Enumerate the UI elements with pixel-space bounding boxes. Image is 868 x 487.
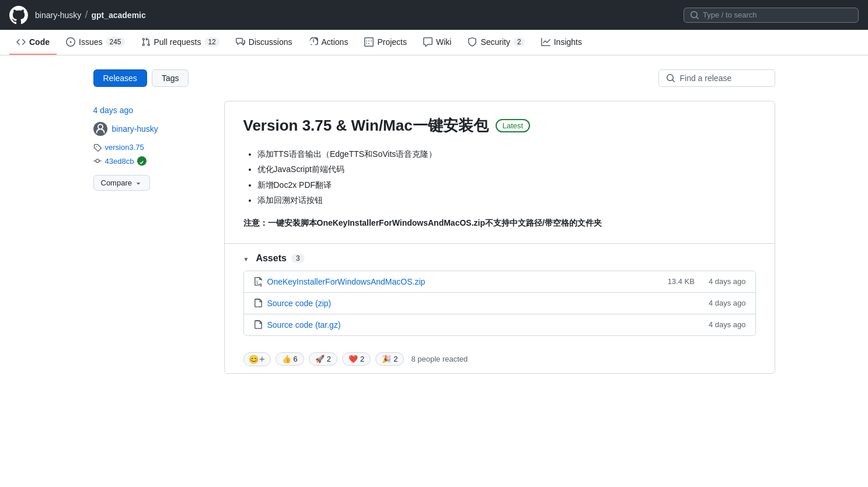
thumbsup-emoji: 👍 xyxy=(282,355,291,363)
author-link[interactable]: binary-husky xyxy=(112,124,158,134)
release-tag: version3.75 xyxy=(93,143,210,152)
asset-row: Source code (tar.gz) 4 days ago xyxy=(244,314,755,335)
tab-projects[interactable]: Projects xyxy=(357,30,414,55)
repo-link[interactable]: gpt_academic xyxy=(91,10,145,20)
projects-icon xyxy=(364,37,374,47)
asset-date: 4 days ago xyxy=(709,277,746,286)
tab-security-label: Security xyxy=(480,37,510,47)
tab-actions[interactable]: Actions xyxy=(302,30,355,55)
asset-row: OneKeyInstallerForWindowsAndMacOS.zip 13… xyxy=(244,271,755,293)
release-date: 4 days ago xyxy=(93,106,210,115)
main-content: Releases Tags Find a release 4 days ago … xyxy=(84,55,785,388)
global-search[interactable]: Type / to search xyxy=(684,8,859,23)
tag-link[interactable]: version3.75 xyxy=(105,143,144,152)
asset-row: Source code (zip) 4 days ago xyxy=(244,293,755,314)
asset-date: 4 days ago xyxy=(709,320,746,329)
reaction-rocket[interactable]: 🚀 2 xyxy=(309,352,337,366)
asset-link[interactable]: Source code (zip) xyxy=(267,299,709,308)
breadcrumb-separator: / xyxy=(85,9,88,21)
find-release-search[interactable]: Find a release xyxy=(658,69,775,87)
asset-link[interactable]: Source code (tar.gz) xyxy=(267,320,709,330)
user-avatar-icon xyxy=(95,123,106,135)
discussions-icon xyxy=(236,37,245,47)
chevron-down-icon xyxy=(134,179,142,187)
tags-button[interactable]: Tags xyxy=(152,69,189,87)
rocket-emoji: 🚀 xyxy=(315,355,325,363)
zip-file-icon xyxy=(253,277,263,286)
assets-label: Assets xyxy=(256,253,286,264)
search-icon xyxy=(666,73,675,83)
smiley-icon: 😊 xyxy=(249,355,259,364)
heart-emoji: ❤️ xyxy=(348,355,358,363)
assets-section: Assets 3 OneKeyInstallerForWindowsAndMac… xyxy=(225,243,775,345)
compare-label: Compare xyxy=(101,178,132,187)
issue-icon xyxy=(66,37,75,47)
pr-icon xyxy=(141,37,151,47)
tab-security[interactable]: Security 2 xyxy=(461,30,531,55)
search-icon xyxy=(690,10,699,20)
assets-list: OneKeyInstallerForWindowsAndMacOS.zip 13… xyxy=(243,271,756,336)
list-item: 优化JavaScript前端代码 xyxy=(257,163,756,176)
reactions-row: 😊 👍 6 🚀 2 ❤️ 2 🎉 2 xyxy=(225,345,775,373)
plus-icon xyxy=(259,356,266,363)
warning-text: 注意：一键安装脚本OneKeyInstallerForWindowsAndMac… xyxy=(243,218,602,227)
reaction-heart[interactable]: ❤️ 2 xyxy=(342,352,371,366)
list-item: 添加回溯对话按钮 xyxy=(257,194,756,206)
issues-badge: 245 xyxy=(106,37,124,47)
commit-icon xyxy=(93,157,102,165)
tab-discussions-label: Discussions xyxy=(249,37,292,47)
release-card: Version 3.75 & Win/Mac一键安装包 Latest 添加TTS… xyxy=(224,101,775,374)
compare-button-wrapper: Compare xyxy=(93,175,210,191)
list-item: 新增Doc2x PDF翻译 xyxy=(257,178,756,191)
owner-link[interactable]: binary-husky xyxy=(35,10,81,20)
release-author: binary-husky xyxy=(93,122,210,136)
wiki-icon xyxy=(423,37,433,47)
release-card-body: Version 3.75 & Win/Mac一键安装包 Latest 添加TTS… xyxy=(225,101,775,243)
assets-header[interactable]: Assets 3 xyxy=(243,253,756,264)
source-code-icon xyxy=(253,320,263,330)
code-icon xyxy=(16,37,26,47)
find-release-placeholder: Find a release xyxy=(680,73,732,83)
security-icon xyxy=(468,37,477,47)
reaction-count: 2 xyxy=(393,355,398,363)
reaction-count: 2 xyxy=(327,355,331,363)
github-logo-icon[interactable] xyxy=(9,6,28,24)
source-code-icon xyxy=(253,299,263,308)
repo-breadcrumb: binary-husky / gpt_academic xyxy=(35,9,146,21)
search-placeholder-text: Type / to search xyxy=(703,10,757,19)
release-warning: 注意：一键安装脚本OneKeyInstallerForWindowsAndMac… xyxy=(243,216,756,229)
tab-code-label: Code xyxy=(29,37,50,47)
tab-issues-label: Issues xyxy=(79,37,102,47)
compare-button[interactable]: Compare xyxy=(93,175,150,191)
asset-date: 4 days ago xyxy=(709,299,746,307)
tab-insights-label: Insights xyxy=(554,37,582,47)
pr-badge: 12 xyxy=(204,37,219,47)
tab-pull-requests[interactable]: Pull requests 12 xyxy=(134,30,226,55)
tab-code[interactable]: Code xyxy=(9,30,57,55)
tab-discussions[interactable]: Discussions xyxy=(229,30,299,55)
tab-pr-label: Pull requests xyxy=(154,37,201,47)
release-title-row: Version 3.75 & Win/Mac一键安装包 Latest xyxy=(243,115,756,136)
commit-link[interactable]: 43ed8cb xyxy=(105,157,134,166)
reaction-count: 6 xyxy=(294,355,298,363)
add-reaction-button[interactable]: 😊 xyxy=(243,352,271,366)
reaction-count: 2 xyxy=(360,355,364,363)
tab-wiki-label: Wiki xyxy=(436,37,451,47)
tab-wiki[interactable]: Wiki xyxy=(416,30,458,55)
tab-insights[interactable]: Insights xyxy=(534,30,589,55)
reactions-summary-text: 8 people reacted xyxy=(411,355,468,363)
repo-nav: Code Issues 245 Pull requests 12 Discuss… xyxy=(0,30,868,55)
tab-projects-label: Projects xyxy=(377,37,407,47)
list-item: 添加TTS语音输出（EdgeTTS和SoVits语音克隆） xyxy=(257,148,756,160)
topbar: binary-husky / gpt_academic Type / to se… xyxy=(0,0,868,30)
release-notes-list: 添加TTS语音输出（EdgeTTS和SoVits语音克隆） 优化JavaScri… xyxy=(243,148,756,207)
tag-icon xyxy=(93,143,102,152)
tab-issues[interactable]: Issues 245 xyxy=(59,30,132,55)
release-sidebar: 4 days ago binary-husky version3.75 43ed… xyxy=(93,101,210,374)
reaction-thumbsup[interactable]: 👍 6 xyxy=(276,352,304,366)
reaction-tada[interactable]: 🎉 2 xyxy=(375,352,404,366)
tada-emoji: 🎉 xyxy=(382,355,391,363)
asset-link[interactable]: OneKeyInstallerForWindowsAndMacOS.zip xyxy=(267,277,668,286)
releases-button[interactable]: Releases xyxy=(93,69,147,87)
releases-toolbar: Releases Tags Find a release xyxy=(93,69,775,87)
